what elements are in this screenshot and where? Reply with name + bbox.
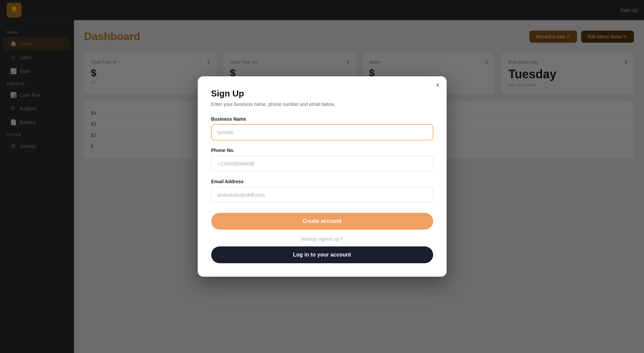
- email-input[interactable]: [211, 187, 433, 203]
- modal-close-button[interactable]: ×: [436, 82, 440, 88]
- login-button[interactable]: Log in to your account: [211, 246, 433, 263]
- phone-input[interactable]: [211, 156, 433, 171]
- email-group: Email Address: [211, 179, 433, 203]
- create-account-button[interactable]: Create account: [211, 213, 433, 230]
- phone-group: Phone No.: [211, 148, 433, 171]
- already-signed-text: Already signed up ?: [211, 236, 433, 242]
- modal-title: Sign Up: [211, 88, 433, 99]
- business-name-label: Business Name: [211, 116, 433, 122]
- signup-modal: × Sign Up Enter your business name, phon…: [198, 76, 447, 277]
- business-name-input[interactable]: [211, 124, 433, 140]
- email-label: Email Address: [211, 179, 433, 184]
- modal-subtitle: Enter your business name, phone number a…: [211, 102, 433, 107]
- phone-label: Phone No.: [211, 148, 433, 153]
- modal-overlay: × Sign Up Enter your business name, phon…: [0, 0, 644, 353]
- business-name-group: Business Name: [211, 116, 433, 140]
